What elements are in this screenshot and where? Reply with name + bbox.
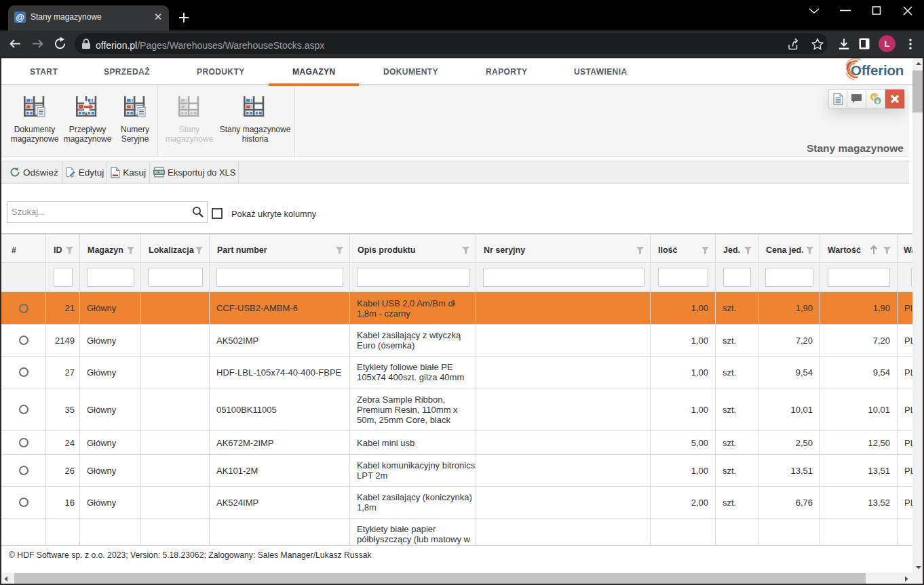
svg-text:Offerion: Offerion [851,62,904,78]
svg-text:XLSX: XLSX [155,170,164,174]
svg-text:$: $ [876,98,879,104]
